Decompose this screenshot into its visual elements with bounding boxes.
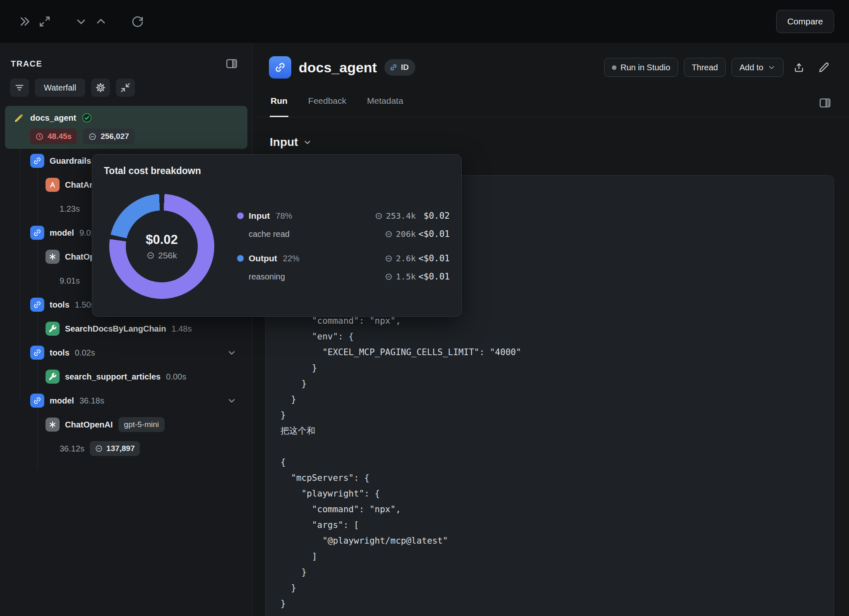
span-row-searchdocs[interactable]: SearchDocsByLangChain 1.48s bbox=[0, 317, 252, 341]
wrench-tool-icon bbox=[46, 322, 60, 336]
trace-toolbar: Waterfall bbox=[0, 79, 252, 97]
trace-viewer-app: Compare TRACE Waterfall docs_agent bbox=[0, 0, 849, 616]
input-color-dot bbox=[237, 212, 244, 219]
openai-icon bbox=[46, 418, 60, 432]
cost-row-output: Output 22% 2.6k <$0.01 bbox=[237, 249, 450, 267]
run-detail-panel: docs_agent ID Run in Studio Thread Add t… bbox=[253, 44, 849, 616]
refresh-button[interactable] bbox=[127, 12, 147, 31]
thread-label: Thread bbox=[692, 63, 718, 72]
cost-row-reasoning: reasoning 1.5k <$0.01 bbox=[237, 267, 450, 286]
chevron-down-icon bbox=[767, 63, 776, 72]
cost-label: Output bbox=[249, 253, 277, 263]
cost-row-cache-read: cache read 206k <$0.01 bbox=[237, 225, 450, 243]
tab-feedback[interactable]: Feedback bbox=[307, 90, 347, 117]
detail-panel-toggle-button[interactable] bbox=[815, 93, 835, 113]
cost-percent: 78% bbox=[276, 211, 292, 221]
trace-settings-button[interactable] bbox=[91, 79, 110, 97]
span-row-search-support-articles[interactable]: search_support_articles 0.00s bbox=[0, 365, 252, 389]
chevron-up-icon bbox=[94, 15, 108, 28]
chevron-down-icon[interactable] bbox=[227, 348, 237, 358]
run-actions: Run in Studio Thread Add to bbox=[604, 58, 833, 77]
span-duration: 0.02s bbox=[75, 348, 95, 358]
span-label: model bbox=[50, 228, 74, 238]
input-section-header[interactable]: Input bbox=[270, 136, 832, 149]
filter-button[interactable] bbox=[10, 79, 29, 97]
chevron-down-icon bbox=[74, 15, 88, 28]
gear-icon bbox=[95, 82, 106, 93]
chain-link-icon bbox=[30, 154, 44, 168]
wrench-tool-icon bbox=[46, 370, 60, 384]
share-export-button[interactable] bbox=[789, 58, 808, 77]
tab-metadata[interactable]: Metadata bbox=[366, 90, 404, 117]
chain-link-icon bbox=[30, 226, 44, 240]
run-id-badge[interactable]: ID bbox=[384, 59, 415, 76]
filter-icon bbox=[14, 82, 25, 93]
expand-fullscreen-button[interactable] bbox=[35, 12, 55, 31]
token-count-badge[interactable]: 256,027 bbox=[83, 129, 134, 144]
chain-link-icon bbox=[30, 346, 44, 360]
trace-sidebar: TRACE Waterfall docs_agent bbox=[0, 44, 253, 616]
expand-icon bbox=[38, 15, 51, 28]
span-row-tools-2[interactable]: tools 0.02s bbox=[0, 341, 252, 365]
span-label: SearchDocsByLangChain bbox=[65, 324, 166, 334]
span-label: search_support_articles bbox=[65, 372, 161, 382]
chevron-down-icon[interactable] bbox=[227, 396, 237, 406]
input-section-title: Input bbox=[270, 136, 298, 149]
id-label: ID bbox=[401, 63, 409, 72]
upload-share-icon bbox=[794, 62, 804, 73]
token-icon bbox=[385, 255, 393, 263]
model-name-badge: gpt-5-mini bbox=[118, 417, 165, 432]
span-duration: 9.01s bbox=[60, 276, 80, 286]
tab-run[interactable]: Run bbox=[270, 90, 288, 117]
chain-link-icon bbox=[389, 63, 398, 72]
collapse-all-button[interactable] bbox=[116, 79, 135, 97]
token-count-badge[interactable]: 137,897 bbox=[90, 441, 140, 456]
span-label: tools bbox=[50, 348, 70, 358]
root-span-name: docs_agent bbox=[30, 113, 76, 123]
add-to-button[interactable]: Add to bbox=[731, 58, 784, 77]
previous-run-button[interactable] bbox=[71, 12, 91, 31]
add-to-label: Add to bbox=[739, 63, 763, 72]
refresh-icon bbox=[131, 15, 144, 28]
span-meta-row: 36.12s 137,897 bbox=[0, 437, 252, 461]
token-icon bbox=[88, 132, 97, 141]
run-in-studio-button[interactable]: Run in Studio bbox=[604, 58, 678, 77]
split-panel-icon bbox=[818, 96, 832, 110]
total-cost-value: $0.02 bbox=[146, 232, 178, 247]
chain-link-icon bbox=[30, 394, 44, 408]
token-count: 1.5k bbox=[396, 272, 416, 282]
collapse-arrows-icon bbox=[120, 82, 131, 93]
span-label: Guardrails bbox=[50, 156, 91, 166]
token-count: 256,027 bbox=[101, 132, 129, 141]
run-header: docs_agent ID Run in Studio Thread Add t… bbox=[253, 44, 849, 79]
studio-status-dot bbox=[612, 65, 616, 70]
next-run-button[interactable] bbox=[91, 12, 111, 31]
token-icon bbox=[385, 230, 393, 238]
span-row-model-2[interactable]: model 36.18s bbox=[0, 389, 252, 413]
span-label: model bbox=[50, 396, 74, 406]
view-mode-waterfall-button[interactable]: Waterfall bbox=[35, 79, 85, 97]
double-chevron-right-icon bbox=[18, 15, 31, 28]
openai-icon bbox=[46, 250, 60, 264]
cost-donut-chart: $0.02 256k bbox=[109, 194, 214, 299]
top-toolbar: Compare bbox=[0, 0, 849, 43]
cost-value: <$0.01 bbox=[416, 253, 450, 263]
thread-button[interactable]: Thread bbox=[684, 58, 726, 77]
span-duration: 1.48s bbox=[172, 324, 192, 334]
clock-icon bbox=[35, 132, 44, 141]
trace-root-row-selected[interactable]: docs_agent 48.45s 256,027 bbox=[5, 106, 247, 149]
compare-button[interactable]: Compare bbox=[776, 10, 834, 33]
cost-legend: Input 78% 253.4k $0.02 cache read 206k bbox=[237, 207, 450, 286]
trace-panel-toggle-button[interactable] bbox=[222, 54, 242, 74]
edit-annotate-button[interactable] bbox=[814, 58, 833, 77]
split-panel-icon bbox=[225, 57, 238, 70]
collapse-panel-button[interactable] bbox=[15, 12, 35, 31]
span-row-chatopenai-2[interactable]: ChatOpenAI gpt-5-mini bbox=[0, 413, 252, 437]
cost-value: <$0.01 bbox=[416, 229, 450, 239]
span-duration: 36.12s bbox=[60, 444, 84, 454]
token-icon bbox=[95, 444, 103, 453]
span-label: tools bbox=[50, 300, 70, 310]
tooltip-title: Total cost breakdown bbox=[104, 165, 201, 177]
cost-value: $0.02 bbox=[416, 211, 450, 221]
edit-pencil-icon bbox=[818, 62, 829, 73]
